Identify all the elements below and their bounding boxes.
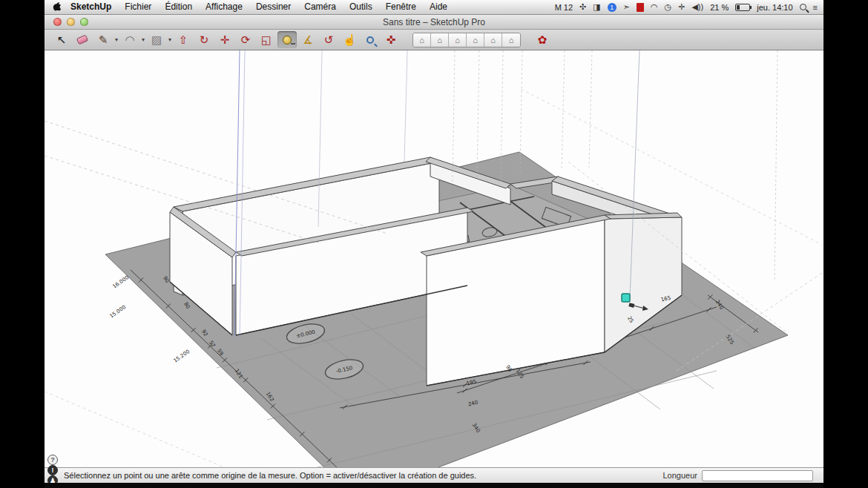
sync-icon[interactable]: ➣ (623, 2, 630, 12)
rectangle-tool[interactable]: ▨ (147, 31, 166, 48)
move-tool[interactable]: ✛ (215, 31, 234, 48)
protractor-icon: ∡ (303, 33, 312, 47)
rectangle-icon: ▨ (151, 33, 162, 47)
letterbox-bottom (45, 483, 823, 488)
view-left[interactable]: ⌂ (484, 33, 502, 47)
credits-icon[interactable]: ! (47, 465, 58, 475)
update-badge[interactable]: 1 (608, 3, 617, 12)
time-machine-icon[interactable]: ◷ (665, 2, 672, 12)
measurement-box: Longueur (663, 470, 824, 481)
zoom-tool[interactable] (361, 31, 380, 48)
menu-camera[interactable]: Caméra (297, 0, 343, 14)
menu-edition[interactable]: Édition (158, 0, 199, 14)
model-viewport[interactable]: 16.00015.00015.2009080925759121162240195… (45, 50, 823, 467)
eraser-icon (76, 34, 88, 44)
line-tool[interactable]: ✎ (93, 31, 113, 48)
select-tool[interactable]: ↖ (52, 31, 71, 48)
zoom-extents-tool[interactable]: ✜ (381, 31, 401, 48)
wifi-icon[interactable]: ◠ (651, 2, 658, 12)
followme-tool[interactable]: ↻ (194, 31, 214, 48)
menu-outils[interactable]: Outils (343, 0, 379, 14)
spotlight-icon[interactable] (800, 4, 806, 10)
volume-icon[interactable]: ◀)) (691, 2, 703, 12)
guide-line-17 (45, 392, 224, 467)
dimension-value: 15.200 (173, 349, 191, 364)
followme-icon: ↻ (200, 33, 209, 47)
dimension-value: 15.000 (109, 304, 128, 320)
guide-line-4 (453, 50, 455, 182)
notification-center-icon[interactable]: ≡ (813, 3, 818, 12)
view-back[interactable]: ⌂ (502, 33, 520, 47)
apple-logo-shape (53, 1, 62, 11)
rotate-icon: ⟳ (241, 33, 251, 47)
menu-sketchup[interactable]: SketchUp (64, 0, 118, 14)
guide-line-3 (404, 50, 407, 162)
geolocation-icon[interactable]: ? (47, 455, 58, 465)
line-tool-dropdown[interactable]: ▾ (115, 36, 118, 43)
tool-bar: ↖✎▾◠▾▨▾⇧↻✛⟳◱∡↺☝✜⌂⌂⌂⌂⌂⌂✿ (45, 30, 823, 50)
measurement-label: Longueur (663, 471, 698, 480)
standard-views-group: ⌂⌂⌂⌂⌂⌂ (412, 33, 521, 47)
tape-measure-tool[interactable] (277, 31, 297, 48)
menu-bar-status-area: M 12✣◨1➣◠◷✛◀))21 %jeu. 14:10≡ (555, 2, 823, 12)
dimension-value: 16.000 (112, 274, 131, 290)
guide-line-8 (562, 50, 565, 171)
guide-line-11 (775, 50, 777, 282)
pan-tool[interactable]: ☝ (340, 31, 359, 48)
add-location-icon: ✿ (538, 33, 548, 47)
length-input[interactable] (702, 470, 813, 481)
scale-tool[interactable]: ◱ (257, 31, 276, 48)
apple-menu-icon[interactable] (52, 1, 62, 13)
model-canvas[interactable]: 16.00015.00015.2009080925759121162240195… (45, 50, 823, 467)
add-location-tool[interactable]: ✿ (533, 31, 552, 48)
arc-icon: ◠ (125, 33, 134, 47)
move-icon: ✛ (220, 33, 230, 47)
window-title-bar[interactable]: Sans titre – SketchUp Pro (45, 15, 823, 30)
menu-aide[interactable]: Aide (423, 0, 454, 14)
orbit-icon: ↺ (324, 33, 334, 47)
protractor-tool[interactable]: ∡ (298, 31, 318, 48)
menu-bar: SketchUpFichierÉditionAffichageDessinerC… (45, 0, 823, 15)
rectangle-tool-dropdown[interactable]: ▾ (168, 36, 171, 43)
view-iso[interactable]: ⌂ (413, 33, 431, 47)
guide-line-9 (589, 50, 592, 168)
arc-tool-dropdown[interactable]: ▾ (142, 36, 145, 43)
line-icon: ✎ (99, 33, 108, 47)
battery-icon[interactable] (735, 4, 750, 11)
recording-indicator[interactable] (637, 3, 644, 12)
zoom-extents-icon: ✜ (387, 33, 396, 47)
status-message: Sélectionnez un point ou une arête comme… (64, 471, 476, 480)
pan-icon: ☝ (343, 33, 357, 47)
rotate-tool[interactable]: ⟳ (236, 31, 255, 48)
menu-affichage[interactable]: Affichage (199, 0, 249, 14)
zoom-icon (366, 36, 374, 44)
display-icon[interactable]: ◨ (593, 2, 600, 12)
orbit-tool[interactable]: ↺ (319, 31, 338, 48)
eraser-tool[interactable] (73, 31, 92, 48)
accessibility-icon[interactable]: ✛ (678, 2, 685, 12)
view-top[interactable]: ⌂ (431, 33, 449, 47)
select-icon: ↖ (57, 33, 67, 47)
screen: SketchUpFichierÉditionAffichageDessinerC… (45, 0, 823, 488)
tape-measure-icon (283, 36, 292, 44)
menu-dessiner[interactable]: Dessiner (249, 0, 297, 14)
pushpull-icon: ⇧ (179, 33, 188, 47)
view-right[interactable]: ⌂ (467, 33, 484, 47)
view-front[interactable]: ⌂ (449, 33, 467, 47)
guide-line-5 (477, 50, 479, 178)
shield-icon[interactable]: ✣ (579, 2, 586, 12)
battery-percent[interactable]: 21 % (710, 3, 729, 12)
arc-tool[interactable]: ◠ (120, 31, 139, 48)
menu-fichier[interactable]: Fichier (118, 0, 158, 14)
menubar-clock[interactable]: jeu. 14:10 (757, 3, 792, 12)
menu-bar-menus: SketchUpFichierÉditionAffichageDessinerC… (45, 0, 454, 14)
menu-fenetre[interactable]: Fenêtre (379, 0, 423, 14)
pushpull-tool[interactable]: ⇧ (174, 31, 193, 48)
window-title: Sans titre – SketchUp Pro (45, 17, 823, 27)
scale-icon: ◱ (261, 33, 272, 47)
status-bar: ?!♟? Sélectionnez un point ou une arête … (45, 467, 823, 483)
input-source-indicator[interactable]: M 12 (555, 3, 573, 12)
